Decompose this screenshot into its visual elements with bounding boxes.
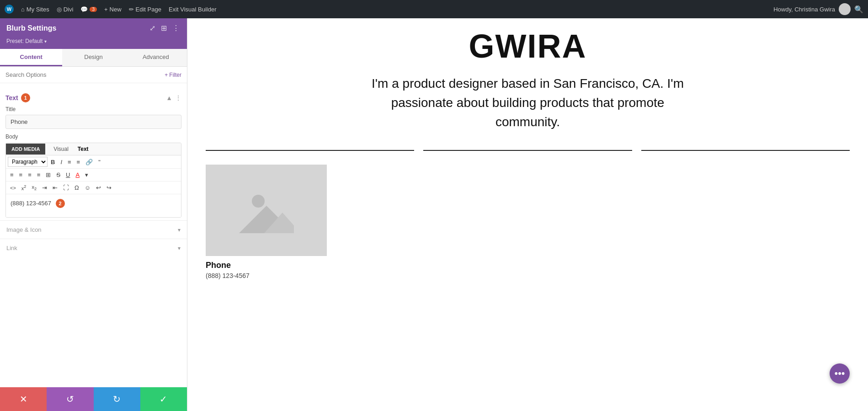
section-header-text: Text 1 ▲ ⋮	[5, 91, 181, 106]
my-sites-link[interactable]: ⌂ My Sites	[21, 6, 49, 13]
admin-search-button[interactable]: 🔍	[854, 5, 863, 14]
align-left-btn[interactable]: ≡	[8, 170, 16, 180]
main-layout: Blurb Settings ⤢ ⊞ ⋮ Preset: Default Con…	[0, 18, 868, 411]
tab-visual[interactable]: Visual	[49, 143, 73, 155]
exit-builder-link[interactable]: Exit Visual Builder	[169, 6, 217, 13]
redo-button[interactable]: ↻	[94, 387, 140, 411]
italic-btn[interactable]: I	[58, 157, 64, 167]
divi-link[interactable]: ◎ Divi	[57, 6, 74, 13]
section-title-text: Text 1	[5, 93, 30, 102]
more-text-btn[interactable]: ⋮	[175, 94, 181, 101]
strikethrough-btn[interactable]: S	[54, 170, 63, 180]
tab-advanced[interactable]: Advanced	[125, 49, 187, 66]
redo-btn[interactable]: ↪	[104, 183, 114, 192]
float-action-button[interactable]: •••	[830, 363, 850, 384]
edit-page-link[interactable]: ✏ Edit Page	[129, 6, 161, 13]
divi-label: Divi	[64, 6, 74, 13]
title-input[interactable]	[5, 115, 181, 129]
indent-in-btn[interactable]: ⇥	[40, 183, 49, 192]
save-button[interactable]: ✓	[140, 387, 187, 411]
dropdown-btn[interactable]: ▾	[83, 170, 91, 180]
site-title: GWIRA	[206, 27, 850, 65]
link-section[interactable]: Link ▾	[0, 239, 187, 257]
toolbar-row-2: ≡ ≡ ≡ ≡ ⊞ S U A ▾	[6, 169, 181, 181]
wp-icon: W	[5, 5, 14, 14]
align-right-btn[interactable]: ≡	[26, 170, 34, 180]
blurb-card: Phone (888) 123-4567	[206, 165, 327, 279]
add-media-button[interactable]: ADD MEDIA	[6, 144, 45, 155]
subscript-btn[interactable]: x2	[29, 183, 39, 192]
body-badge: 2	[56, 199, 65, 208]
dividers-row	[206, 145, 850, 155]
wp-logo-link[interactable]: W	[5, 5, 14, 14]
format-select[interactable]: Paragraph Heading 1 Heading 2	[8, 157, 48, 167]
table-btn[interactable]: ⊞	[43, 170, 53, 180]
plus-icon: +	[104, 6, 108, 13]
body-text-content: (888) 123-4567	[11, 200, 51, 207]
blurb-body: (888) 123-4567	[206, 272, 327, 279]
search-bar: + Filter	[0, 67, 187, 83]
divider-2	[423, 150, 632, 151]
link-chevron: ▾	[178, 245, 181, 251]
indent-out-btn[interactable]: ⇤	[50, 183, 60, 192]
new-post-link[interactable]: + New	[104, 6, 122, 13]
divider-1	[206, 150, 414, 151]
search-input[interactable]	[5, 71, 161, 78]
link-title: Link	[6, 245, 17, 251]
panel-content: Text 1 ▲ ⋮ Title Body ADD MEDIA	[0, 83, 187, 387]
tab-design[interactable]: Design	[62, 49, 124, 66]
fullscreen-btn[interactable]: ⛶	[61, 183, 71, 192]
preset-label: Preset: Default	[6, 38, 43, 44]
undo-btn[interactable]: ↩	[94, 183, 103, 192]
comments-icon: 💬	[80, 6, 88, 13]
underline-btn[interactable]: U	[64, 170, 72, 180]
comments-count: 3	[90, 7, 97, 12]
body-field-label: Body	[5, 133, 181, 140]
panel-header-icons: ⤢ ⊞ ⋮	[149, 23, 181, 33]
emoji-btn[interactable]: ☺	[82, 183, 93, 192]
toolbar-row-1: Paragraph Heading 1 Heading 2 B I ≡ ≡ 🔗 …	[6, 155, 181, 169]
special-chars-btn[interactable]: Ω	[72, 183, 81, 192]
section-icons-text: ▲ ⋮	[166, 94, 181, 101]
image-icon-chevron: ▾	[178, 227, 181, 233]
align-justify-btn[interactable]: ≡	[35, 170, 43, 180]
admin-bar: W ⌂ My Sites ◎ Divi 💬 3 + New ✏ Edit Pag…	[0, 0, 868, 18]
blurb-title: Phone	[206, 261, 327, 270]
comments-link[interactable]: 💬 3	[80, 6, 97, 13]
sites-icon: ⌂	[21, 6, 25, 13]
columns-icon[interactable]: ⊞	[160, 23, 168, 33]
image-icon-section[interactable]: Image & Icon ▾	[0, 220, 187, 239]
collapse-text-btn[interactable]: ▲	[166, 94, 172, 101]
bold-btn[interactable]: B	[48, 157, 57, 167]
my-sites-label: My Sites	[27, 6, 49, 13]
editor-tab-bar: ADD MEDIA Visual Text	[6, 143, 181, 155]
ul-btn[interactable]: ≡	[65, 157, 74, 167]
placeholder-svg	[239, 187, 294, 233]
color-btn[interactable]: A	[73, 170, 82, 180]
text-section: Text 1 ▲ ⋮ Title Body ADD MEDIA	[0, 88, 187, 220]
edit-icon: ✏	[129, 6, 134, 13]
align-center-btn[interactable]: ≡	[17, 170, 25, 180]
text-badge: 1	[21, 93, 30, 102]
tab-content[interactable]: Content	[0, 49, 62, 66]
ol-btn[interactable]: ≡	[75, 157, 83, 167]
tab-bar: Content Design Advanced	[0, 49, 187, 67]
expand-icon[interactable]: ⤢	[149, 23, 156, 33]
exit-builder-label: Exit Visual Builder	[169, 6, 217, 13]
more-icon[interactable]: ⋮	[171, 23, 181, 33]
link-btn[interactable]: 🔗	[83, 157, 95, 167]
tab-text[interactable]: Text	[73, 143, 93, 155]
svg-point-0	[252, 195, 265, 208]
source-btn[interactable]: <>	[8, 184, 18, 192]
superscript-btn[interactable]: x2	[19, 183, 29, 192]
right-content: GWIRA I'm a product designer based in Sa…	[187, 18, 868, 411]
filter-button[interactable]: + Filter	[165, 72, 181, 78]
quote-btn[interactable]: "	[96, 157, 103, 167]
toolbar-row-3: <> x2 x2 ⇥ ⇤ ⛶ Ω ☺ ↩ ↪	[6, 181, 181, 194]
undo-button[interactable]: ↺	[47, 387, 93, 411]
panel-footer: ✕ ↺ ↻ ✓	[0, 387, 187, 411]
panel-preset[interactable]: Preset: Default	[0, 38, 187, 49]
editor-body[interactable]: (888) 123-4567 2	[6, 194, 181, 217]
user-greeting: Howdy, Christina Gwira	[773, 6, 835, 13]
cancel-button[interactable]: ✕	[0, 387, 47, 411]
